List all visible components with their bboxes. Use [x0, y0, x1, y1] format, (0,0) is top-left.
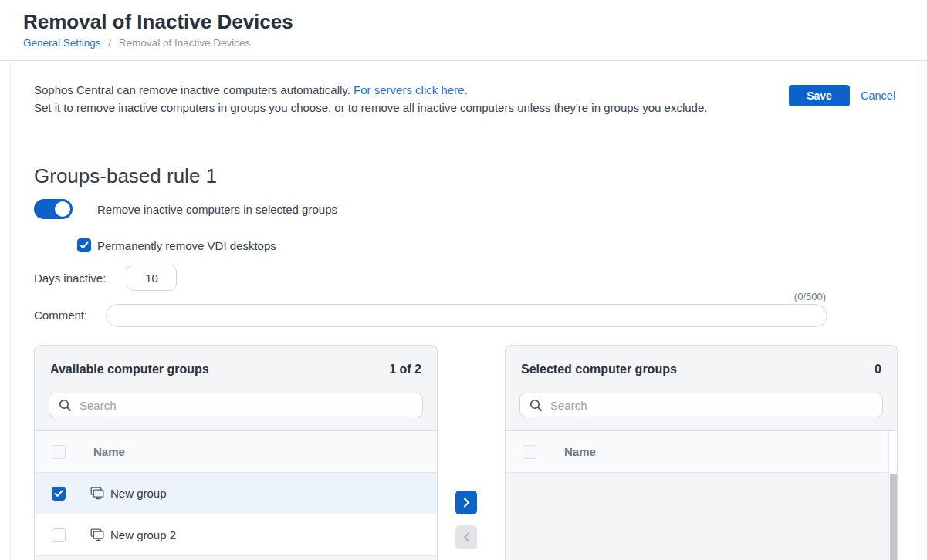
- selected-groups-table: Name: [506, 430, 897, 560]
- toggle-knob: [55, 201, 70, 217]
- page-header: Removal of Inactive Devices General Sett…: [0, 0, 927, 61]
- selected-panel-count: 0: [875, 363, 881, 376]
- available-panel-count: 1 of 2: [389, 363, 421, 376]
- breadcrumb: General Settings / Removal of Inactive D…: [23, 37, 250, 49]
- check-icon: [54, 490, 63, 498]
- group-name: New group 2: [110, 528, 176, 541]
- vdi-checkbox-label: Permanently remove VDI desktops: [97, 239, 276, 252]
- intro-sentence: Sophos Central can remove inactive compu…: [34, 83, 350, 96]
- page-scrollbar-gutter[interactable]: [919, 62, 927, 560]
- group-name: New group: [110, 487, 167, 500]
- computer-group-icon: [90, 487, 104, 500]
- available-groups-table: Name New group New group 2: [35, 430, 437, 560]
- search-icon: [529, 399, 543, 412]
- available-search-input[interactable]: [80, 399, 422, 412]
- table-row[interactable]: New group: [35, 473, 437, 514]
- vdi-checkbox[interactable]: [77, 238, 91, 252]
- removal-of-inactive-devices-page: Removal of Inactive Devices General Sett…: [0, 0, 927, 560]
- page-title: Removal of Inactive Devices: [23, 10, 293, 34]
- computer-group-icon: [90, 528, 104, 541]
- selected-table-scrollbar[interactable]: [888, 431, 897, 560]
- rule-heading: Groups-based rule 1: [34, 164, 217, 188]
- rule-toggle-label: Remove inactive computers in selected gr…: [97, 203, 337, 216]
- rule-toggle[interactable]: [34, 199, 73, 219]
- selected-groups-panel: Selected computer groups 0 Name: [505, 345, 898, 560]
- comment-input[interactable]: [106, 304, 827, 327]
- intro-description: Set it to remove inactive computers in g…: [34, 101, 707, 114]
- breadcrumb-current: Removal of Inactive Devices: [119, 37, 250, 49]
- name-column-header: Name: [93, 445, 125, 458]
- available-select-all-checkbox[interactable]: [52, 445, 66, 459]
- comment-label: Comment:: [34, 309, 87, 322]
- days-inactive-input[interactable]: [127, 265, 177, 291]
- available-table-header: Name: [35, 431, 437, 473]
- selected-search-box: [519, 393, 883, 417]
- available-search-box: [49, 393, 423, 417]
- selected-select-all-checkbox[interactable]: [523, 445, 536, 459]
- chevron-left-icon: [463, 532, 470, 542]
- comment-char-counter: (0/500): [783, 291, 826, 302]
- cancel-button[interactable]: Cancel: [861, 89, 895, 102]
- content-left-edge: [10, 62, 11, 560]
- breadcrumb-link-general-settings[interactable]: General Settings: [23, 37, 101, 49]
- selected-search-input[interactable]: [550, 399, 882, 412]
- available-groups-panel: Available computer groups 1 of 2 Name Ne…: [34, 345, 438, 560]
- selected-table-header: Name: [506, 431, 897, 473]
- table-row[interactable]: New group 2: [35, 514, 437, 556]
- breadcrumb-separator: /: [108, 37, 111, 49]
- days-inactive-label: Days inactive:: [34, 272, 106, 285]
- save-button[interactable]: Save: [789, 85, 850, 106]
- name-column-header: Name: [564, 445, 596, 458]
- row-checkbox[interactable]: [52, 528, 66, 542]
- servers-link[interactable]: For servers click here.: [354, 83, 468, 96]
- move-left-button[interactable]: [455, 525, 477, 549]
- move-right-button[interactable]: [455, 491, 477, 514]
- scrollbar-thumb[interactable]: [890, 474, 897, 560]
- check-icon: [80, 241, 89, 249]
- search-icon: [59, 399, 72, 412]
- intro-text: Sophos Central can remove inactive compu…: [34, 82, 744, 116]
- chevron-right-icon: [463, 498, 470, 508]
- row-checkbox[interactable]: [52, 487, 66, 501]
- selected-panel-title: Selected computer groups: [521, 363, 677, 376]
- available-panel-title: Available computer groups: [50, 363, 209, 376]
